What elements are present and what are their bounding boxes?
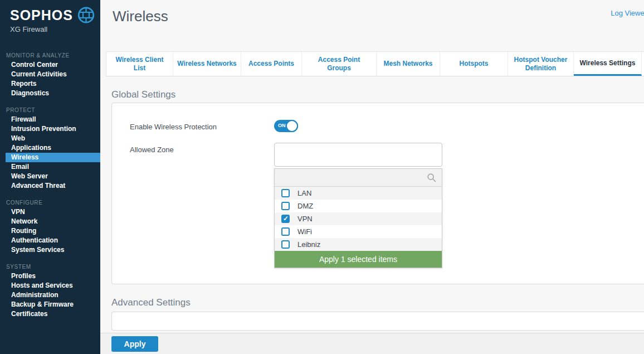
- tab-bar: Wireless Client ListWireless NetworksAcc…: [106, 51, 644, 76]
- enable-wireless-label: Enable Wireless Protection: [130, 120, 274, 132]
- apply-button[interactable]: Apply: [111, 336, 158, 352]
- allowed-zone-widget: LANDMZVPNWiFiLeibniz Apply 1 selected it…: [274, 143, 442, 268]
- tab-wireless-settings[interactable]: Wireless Settings: [574, 52, 642, 76]
- sidebar-item-reports[interactable]: Reports: [6, 79, 100, 89]
- tab-access-points[interactable]: Access Points: [241, 52, 302, 76]
- sidebar-item-certificates[interactable]: Certificates: [6, 309, 100, 319]
- sidebar-section-label: SYSTEM: [0, 264, 100, 271]
- sidebar-section-protect: PROTECTFirewallIntrusion PreventionWebAp…: [0, 107, 100, 191]
- main-area: Wireless Log Viewer Wireless Client List…: [100, 0, 644, 354]
- tab-access-point-groups[interactable]: Access Point Groups: [302, 52, 377, 76]
- sidebar-item-routing[interactable]: Routing: [6, 226, 100, 236]
- tab-hotspot-voucher-definition[interactable]: Hotspot Voucher Definition: [508, 52, 574, 76]
- sidebar-section-label: MONITOR & ANALYZE: [0, 52, 100, 60]
- sidebar-item-intrusion-prevention[interactable]: Intrusion Prevention: [6, 124, 100, 134]
- sidebar-item-vpn[interactable]: VPN: [6, 207, 100, 217]
- global-settings-panel: Enable Wireless Protection ON Allowed Zo…: [111, 103, 644, 284]
- checkbox-icon[interactable]: [281, 240, 290, 249]
- app-window: SOPHOS XG Firewall MONITOR & ANALYZECont…: [0, 0, 644, 354]
- sidebar-item-web[interactable]: Web: [6, 134, 100, 143]
- sidebar-item-diagnostics[interactable]: Diagnostics: [6, 89, 100, 98]
- sidebar-section-system: SYSTEMProfilesHosts and ServicesAdminist…: [0, 264, 100, 319]
- zone-name: WiFi: [297, 227, 312, 236]
- sophos-wordmark: SOPHOS: [10, 7, 73, 23]
- allowed-zone-dropdown: LANDMZVPNWiFiLeibniz Apply 1 selected it…: [274, 168, 442, 268]
- zone-row-leibniz[interactable]: Leibniz: [275, 238, 442, 251]
- zone-row-dmz[interactable]: DMZ: [275, 200, 442, 212]
- wireless-protection-toggle[interactable]: ON: [274, 120, 298, 132]
- footer-bar: Apply: [100, 333, 644, 354]
- sidebar-item-administration[interactable]: Administration: [6, 290, 100, 300]
- checkbox-icon[interactable]: [281, 189, 290, 197]
- sidebar-item-backup-firmware[interactable]: Backup & Firmware: [6, 300, 100, 309]
- toggle-knob[interactable]: [286, 120, 298, 132]
- sidebar-section-monitor-analyze: MONITOR & ANALYZEControl CenterCurrent A…: [0, 52, 100, 98]
- sidebar-section-label: CONFIGURE: [0, 200, 100, 207]
- allowed-zone-select[interactable]: [274, 143, 442, 167]
- sidebar-section-configure: CONFIGUREVPNNetworkRoutingAuthentication…: [0, 200, 100, 255]
- toggle-state-label: ON: [278, 123, 286, 128]
- advanced-settings-panel: [111, 312, 644, 331]
- sidebar-item-email[interactable]: Email: [6, 162, 100, 172]
- sidebar-nav: MONITOR & ANALYZEControl CenterCurrent A…: [0, 52, 100, 319]
- sidebar-item-current-activities[interactable]: Current Activities: [6, 70, 100, 79]
- tab-mesh-networks[interactable]: Mesh Networks: [377, 52, 440, 76]
- checkbox-icon[interactable]: [281, 227, 290, 236]
- zone-row-wifi[interactable]: WiFi: [275, 225, 442, 238]
- checkbox-icon[interactable]: [281, 202, 290, 210]
- sophos-shield-icon: [77, 6, 95, 25]
- sidebar-item-system-services[interactable]: System Services: [6, 245, 100, 255]
- brand-logo: SOPHOS: [0, 0, 100, 25]
- sidebar-section-label: PROTECT: [0, 107, 100, 115]
- zone-search-input[interactable]: [275, 169, 442, 186]
- sidebar-item-wireless[interactable]: Wireless: [6, 153, 100, 162]
- sidebar-item-profiles[interactable]: Profiles: [6, 271, 100, 281]
- sidebar-item-advanced-threat[interactable]: Advanced Threat: [6, 181, 100, 191]
- sidebar-item-network[interactable]: Network: [6, 217, 100, 226]
- tab-wireless-client-list[interactable]: Wireless Client List: [106, 52, 173, 76]
- zone-name: LAN: [297, 189, 311, 197]
- sidebar: SOPHOS XG Firewall MONITOR & ANALYZECont…: [0, 0, 100, 354]
- sidebar-item-firewall[interactable]: Firewall: [6, 115, 100, 124]
- tab-hotspots[interactable]: Hotspots: [440, 52, 508, 76]
- product-name: XG Firewall: [0, 25, 100, 33]
- allowed-zone-label: Allowed Zone: [130, 143, 274, 268]
- sidebar-item-hosts-and-services[interactable]: Hosts and Services: [6, 281, 100, 290]
- page-title: Wireless: [113, 8, 168, 25]
- apply-selected-button[interactable]: Apply 1 selected items: [275, 251, 442, 268]
- zone-search-row: [275, 169, 442, 187]
- sidebar-item-web-server[interactable]: Web Server: [6, 172, 100, 181]
- global-settings-heading: Global Settings: [111, 89, 644, 100]
- sidebar-item-control-center[interactable]: Control Center: [6, 60, 100, 70]
- sidebar-item-authentication[interactable]: Authentication: [6, 236, 100, 245]
- zone-row-lan[interactable]: LAN: [275, 187, 442, 200]
- sidebar-item-applications[interactable]: Applications: [6, 143, 100, 153]
- zone-name: Leibniz: [297, 240, 320, 249]
- checkbox-checked-icon[interactable]: [281, 215, 290, 223]
- advanced-settings-heading: Advanced Settings: [111, 297, 644, 308]
- zone-list: LANDMZVPNWiFiLeibniz: [275, 187, 442, 251]
- zone-name: VPN: [297, 215, 313, 223]
- search-icon: [427, 173, 437, 183]
- allowed-zone-row: Allowed Zone LANDMZVPNWiFiLeib: [130, 143, 644, 268]
- zone-name: DMZ: [297, 202, 313, 210]
- log-viewer-link[interactable]: Log Viewer: [611, 9, 644, 17]
- enable-wireless-row: Enable Wireless Protection ON: [130, 120, 644, 132]
- page-header: Wireless Log Viewer: [100, 0, 644, 51]
- tab-wireless-networks[interactable]: Wireless Networks: [173, 52, 241, 76]
- content: Global Settings Enable Wireless Protecti…: [100, 76, 644, 354]
- zone-row-vpn[interactable]: VPN: [275, 212, 442, 225]
